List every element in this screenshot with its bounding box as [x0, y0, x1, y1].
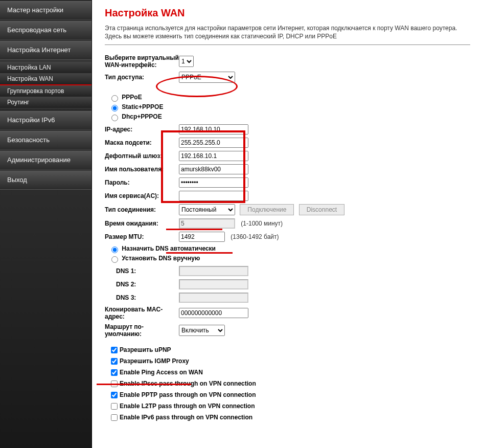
radio-pppoe[interactable]: [111, 95, 118, 102]
page-title: Настройка WAN: [105, 7, 470, 19]
pass-input[interactable]: [179, 177, 248, 188]
dns1-input: [179, 266, 248, 276]
dns2-input: [179, 279, 248, 289]
nav-sub-ports[interactable]: Группировка портов: [0, 85, 91, 97]
chk-pptp[interactable]: [111, 392, 118, 398]
gw-input[interactable]: [179, 151, 248, 161]
svc-input[interactable]: [179, 191, 248, 201]
chk-upnp-label: Разрешить uPNP: [120, 346, 171, 353]
chk-igmp[interactable]: [111, 358, 118, 365]
annotation-underline-conntype: [166, 229, 222, 230]
nav-master[interactable]: Мастер настройки: [0, 0, 91, 20]
page-description: Эта страница используется для настройки …: [105, 24, 470, 40]
chk-ipv6-label: Enable IPv6 pass through on VPN connecti…: [120, 414, 252, 421]
access-type-label: Тип доступа:: [105, 74, 179, 81]
divider: [105, 44, 470, 45]
mac-input[interactable]: [179, 308, 248, 318]
defroute-select[interactable]: Включить: [179, 325, 225, 336]
idle-label: Время ожидания:: [105, 220, 179, 227]
chk-l2tp-label: Enable L2TP pass through on VPN connecti…: [120, 402, 255, 410]
chk-ping-label: Enable Ping Access on WAN: [120, 369, 203, 376]
nav-exit[interactable]: Выход: [0, 170, 91, 190]
radio-dhcp-pppoe-label: Dhcp+PPPOE: [122, 114, 162, 121]
gw-label: Дефолтный шлюз:: [105, 152, 179, 160]
chk-igmp-label: Разрешить IGMP Proxy: [120, 357, 189, 365]
nav-sub-wrap: Настройка LAN Настройка WAN Группировка …: [0, 60, 91, 110]
radio-static-pppoe-label: Static+PPPOE: [122, 104, 163, 111]
nav-sub-routing[interactable]: Роутинг: [0, 97, 91, 108]
mac-label: Клонировать MAC-адрес:: [105, 306, 179, 320]
mtu-label: Размер MTU:: [105, 233, 179, 240]
radio-static-pppoe[interactable]: [111, 105, 118, 111]
mtu-hint: (1360-1492 байт): [231, 233, 279, 240]
chk-l2tp[interactable]: [111, 403, 118, 410]
chk-pptp-label: Enable PPTP pass through on VPN connecti…: [120, 391, 256, 398]
radio-dns-manual[interactable]: [111, 256, 118, 263]
radio-dns-auto-label: Назначить DNS автоматически: [122, 245, 216, 253]
ip-label: IP-адрес:: [105, 126, 179, 133]
conn-type-select[interactable]: Постоянный: [179, 204, 235, 215]
radio-dns-manual-label: Установить DNS вручную: [122, 255, 200, 262]
chk-ping[interactable]: [111, 369, 118, 376]
chk-ipsec-label: Enable IPsec pass through on VPN connect…: [120, 380, 256, 387]
mask-input[interactable]: [179, 138, 248, 148]
ip-input[interactable]: [179, 124, 248, 135]
nav-admin[interactable]: Администрирование: [0, 150, 91, 170]
virt-iface-label: Выберите виртуальный WAN-интерфейс:: [105, 54, 179, 69]
nav-wireless[interactable]: Беспроводная сеть: [0, 20, 91, 40]
dns3-label: DNS 3:: [105, 294, 179, 301]
radio-dhcp-pppoe[interactable]: [111, 115, 118, 121]
virt-iface-select[interactable]: 1: [179, 56, 194, 67]
nav-sub-wan[interactable]: Настройка WAN: [0, 73, 91, 85]
nav-security[interactable]: Безопасность: [0, 130, 91, 150]
idle-input: [179, 218, 235, 229]
chk-upnp[interactable]: [111, 347, 118, 353]
mtu-input[interactable]: [179, 232, 225, 242]
radio-pppoe-label: PPPoE: [122, 94, 142, 101]
nav-ipv6[interactable]: Настройки IPv6: [0, 110, 91, 130]
dns1-label: DNS 1:: [105, 267, 179, 275]
radio-dns-auto[interactable]: [111, 247, 118, 253]
pass-label: Пароль:: [105, 179, 179, 186]
mask-label: Маска подсети:: [105, 139, 179, 146]
conn-type-label: Тип соединения:: [105, 206, 179, 213]
dns3-input: [179, 293, 248, 303]
nav-sub-lan[interactable]: Настройка LAN: [0, 62, 91, 73]
user-label: Имя пользователя:: [105, 166, 179, 173]
user-input[interactable]: [179, 164, 248, 174]
nav-internet[interactable]: Настройка Интернет: [0, 40, 91, 60]
dns2-label: DNS 2:: [105, 281, 179, 288]
svc-label: Имя сервиса(AC):: [105, 192, 179, 199]
access-type-select[interactable]: PPPoE: [179, 72, 235, 83]
chk-ipsec[interactable]: [111, 380, 118, 387]
chk-ipv6[interactable]: [111, 414, 118, 421]
disconnect-button[interactable]: Disconnect: [299, 204, 344, 215]
main-content: Настройка WAN Эта страница используется …: [92, 0, 483, 448]
sidebar: Мастер настройки Беспроводная сеть Настр…: [0, 0, 92, 448]
connect-button[interactable]: Подключение: [240, 204, 294, 215]
defroute-label: Маршрут по-умолчанию:: [105, 323, 179, 338]
idle-hint: (1-1000 минут): [241, 220, 283, 227]
